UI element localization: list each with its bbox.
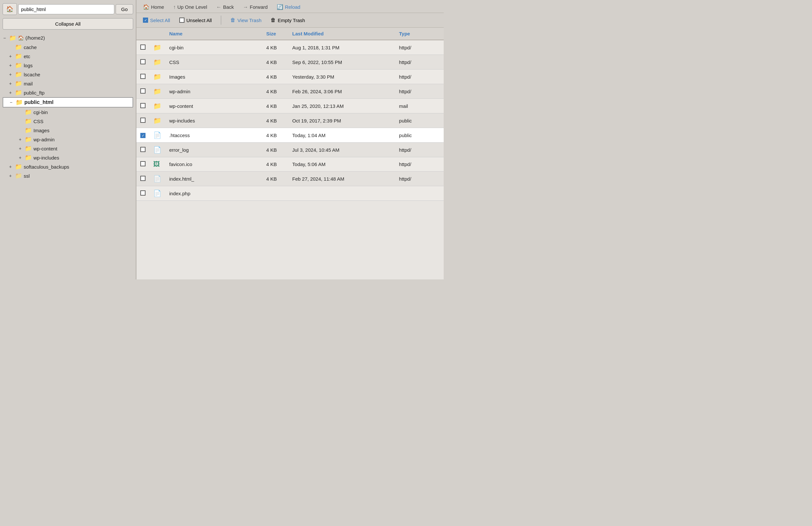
- row-size: 4 KB: [262, 157, 288, 172]
- tree-item-css-sub[interactable]: 📁 CSS: [3, 117, 133, 126]
- row-checkbox-cell[interactable]: [136, 70, 149, 84]
- col-size[interactable]: Size: [262, 28, 288, 40]
- row-checkbox[interactable]: [140, 176, 145, 181]
- row-checkbox[interactable]: [140, 44, 145, 50]
- path-input[interactable]: [18, 4, 114, 14]
- table-row[interactable]: 📄 index.html_ 4 KB Feb 27, 2024, 11:48 A…: [136, 172, 444, 186]
- folder-icon: 📁: [153, 102, 161, 110]
- home-nav-icon: 🏠: [143, 4, 149, 10]
- row-name[interactable]: favicon.ico: [165, 157, 262, 172]
- row-checkbox-cell[interactable]: [136, 143, 149, 157]
- unselect-all-checkbox-icon: [179, 17, 185, 23]
- row-checkbox[interactable]: [140, 59, 145, 64]
- table-row[interactable]: 📁 CSS 4 KB Sep 6, 2022, 10:55 PM httpd/: [136, 55, 444, 70]
- col-type[interactable]: Type: [395, 28, 444, 40]
- table-row[interactable]: 📁 cgi-bin 4 KB Aug 1, 2018, 1:31 PM http…: [136, 40, 444, 55]
- table-row[interactable]: ✓ 📄 .htaccess 4 KB Today, 1:04 AM public: [136, 128, 444, 143]
- row-size: 4 KB: [262, 70, 288, 84]
- folder-icon: 📁: [15, 62, 22, 69]
- empty-trash-label: Empty Trash: [278, 17, 305, 23]
- row-checkbox-cell[interactable]: [136, 84, 149, 99]
- row-checkbox[interactable]: ✓: [140, 133, 145, 138]
- tree-item-wp-admin-sub[interactable]: + 📁 wp-admin: [3, 135, 133, 144]
- row-name[interactable]: error_log: [165, 143, 262, 157]
- row-name[interactable]: CSS: [165, 55, 262, 70]
- tree-item-ssl[interactable]: + 📁 ssl: [3, 171, 133, 180]
- tree-item-images-sub[interactable]: 📁 Images: [3, 126, 133, 135]
- row-type: httpd/: [395, 157, 444, 172]
- table-row[interactable]: 📄 error_log 4 KB Jul 3, 2024, 10:45 AM h…: [136, 143, 444, 157]
- row-checkbox[interactable]: [140, 74, 145, 79]
- row-checkbox[interactable]: [140, 103, 145, 108]
- table-row[interactable]: 📄 index.php: [136, 186, 444, 201]
- row-checkbox[interactable]: [140, 190, 145, 196]
- row-name[interactable]: wp-content: [165, 99, 262, 113]
- tree-item-mail[interactable]: + 📁 mail: [3, 79, 133, 88]
- sidebar-top-bar: 🏠 Go: [3, 3, 133, 15]
- row-modified: Jan 25, 2020, 12:13 AM: [288, 99, 395, 113]
- up-one-level-button[interactable]: ↑ Up One Level: [172, 3, 208, 11]
- tree-item-logs[interactable]: + 📁 logs: [3, 61, 133, 70]
- row-checkbox-cell[interactable]: [136, 113, 149, 128]
- col-modified[interactable]: Last Modified: [288, 28, 395, 40]
- toggle-icon: −: [10, 100, 16, 105]
- row-checkbox-cell[interactable]: ✓: [136, 128, 149, 143]
- row-checkbox-cell[interactable]: [136, 55, 149, 70]
- empty-trash-button[interactable]: 🗑 Empty Trash: [269, 17, 306, 24]
- select-all-button[interactable]: ✓ Select All: [142, 17, 172, 24]
- table-row[interactable]: 📁 wp-content 4 KB Jan 25, 2020, 12:13 AM…: [136, 99, 444, 113]
- row-name[interactable]: index.php: [165, 186, 262, 201]
- table-row[interactable]: 🖼 favicon.ico 4 KB Today, 5:06 AM httpd/: [136, 157, 444, 172]
- tree-item-wp-content-sub[interactable]: + 📁 wp-content: [3, 144, 133, 153]
- row-checkbox-cell[interactable]: [136, 172, 149, 186]
- back-icon: ←: [216, 4, 221, 10]
- tree-item-public-html[interactable]: − 📁 public_html: [3, 97, 133, 108]
- folder-icon: 📁: [15, 53, 22, 60]
- tree-item-etc[interactable]: + 📁 etc: [3, 52, 133, 61]
- row-name[interactable]: .htaccess: [165, 128, 262, 143]
- row-checkbox-cell[interactable]: [136, 40, 149, 55]
- row-checkbox-cell[interactable]: [136, 186, 149, 201]
- home-button[interactable]: 🏠: [3, 3, 17, 15]
- tree-item-wp-includes-sub[interactable]: + 📁 wp-includes: [3, 153, 133, 162]
- row-name[interactable]: cgi-bin: [165, 40, 262, 55]
- row-name[interactable]: wp-admin: [165, 84, 262, 99]
- row-name[interactable]: Images: [165, 70, 262, 84]
- file-table: Name Size Last Modified Type 📁 cgi-bin 4…: [136, 28, 444, 201]
- tree-item-home2[interactable]: − 📁 🏠 (/home2): [3, 33, 133, 43]
- tree-item-lscache[interactable]: + 📁 lscache: [3, 70, 133, 79]
- row-checkbox[interactable]: [140, 147, 145, 152]
- row-checkbox-cell[interactable]: [136, 99, 149, 113]
- tree-item-public-ftp[interactable]: + 📁 public_ftp: [3, 88, 133, 97]
- table-row[interactable]: 📁 Images 4 KB Yesterday, 3:30 PM httpd/: [136, 70, 444, 84]
- row-checkbox-cell[interactable]: [136, 157, 149, 172]
- row-type: [395, 186, 444, 201]
- row-checkbox[interactable]: [140, 88, 145, 94]
- tree-label: wp-content: [33, 146, 57, 152]
- folder-icon: 📁: [25, 109, 32, 116]
- row-name[interactable]: index.html_: [165, 172, 262, 186]
- forward-button[interactable]: → Forward: [242, 3, 269, 11]
- col-name[interactable]: Name: [165, 28, 262, 40]
- row-icon-cell: 📁: [149, 70, 165, 84]
- collapse-all-button[interactable]: Collapse All: [3, 18, 133, 30]
- row-checkbox[interactable]: [140, 118, 145, 123]
- tree-item-softaculous[interactable]: + 📁 softaculous_backups: [3, 162, 133, 171]
- unselect-all-button[interactable]: Unselect All: [178, 17, 213, 24]
- go-button[interactable]: Go: [116, 4, 133, 14]
- back-button[interactable]: ← Back: [215, 3, 235, 11]
- table-row[interactable]: 📁 wp-includes 4 KB Oct 19, 2017, 2:39 PM…: [136, 113, 444, 128]
- sidebar: 🏠 Go Collapse All − 📁 🏠 (/home2) 📁 cache…: [0, 0, 136, 280]
- reload-button[interactable]: 🔄 Reload: [275, 3, 302, 11]
- doc-dark-icon: 📄: [153, 146, 161, 153]
- tree-item-cgi-bin-sub[interactable]: 📁 cgi-bin: [3, 108, 133, 117]
- tree-item-cache[interactable]: 📁 cache: [3, 43, 133, 52]
- forward-icon: →: [243, 4, 248, 10]
- empty-trash-icon: 🗑: [271, 17, 276, 23]
- row-name[interactable]: wp-includes: [165, 113, 262, 128]
- home-nav-button[interactable]: 🏠 Home: [142, 3, 165, 11]
- view-trash-button[interactable]: 🗑 View Trash: [229, 17, 263, 24]
- table-row[interactable]: 📁 wp-admin 4 KB Feb 26, 2024, 3:06 PM ht…: [136, 84, 444, 99]
- main-toolbar: 🏠 Home ↑ Up One Level ← Back → Forward 🔄…: [136, 0, 444, 13]
- row-checkbox[interactable]: [140, 161, 145, 166]
